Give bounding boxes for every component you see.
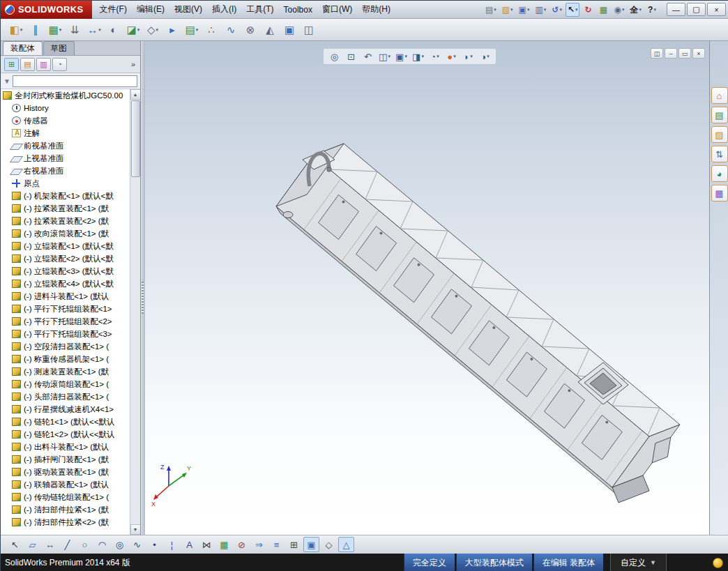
circle-icon[interactable]: ○ [77,537,93,552]
menu-edit[interactable]: 编辑(E) [132,1,169,17]
tree-item[interactable]: 原点 [1,177,140,190]
smart-dimension-icon[interactable]: ↔ [42,537,58,552]
tree-item[interactable]: (-) 联轴器装配<1> (默认 [1,478,140,491]
open-icon[interactable]: ▨ [500,3,515,17]
zoom-to-area-icon[interactable]: ⊡ [343,50,359,63]
tree-item[interactable]: (-) 链轮1<1> (默认<<默认 [1,416,140,428]
move-component-icon[interactable]: ↔ [85,21,103,39]
offset-entities-icon[interactable]: ≡ [268,537,285,552]
ellipse-icon[interactable]: ◎ [112,537,128,552]
edit-appearance-icon[interactable]: ● [443,50,460,63]
trim-entities-icon[interactable]: ⊘ [234,537,250,552]
linear-sketch-pattern-icon[interactable]: ▦ [216,537,232,552]
instant2d-icon[interactable]: △ [338,537,354,552]
tree-item[interactable]: (-) 立辊装配<3> (默认<默 [1,265,140,277]
tree-item[interactable]: (-) 插杆闸门装配<1> (默 [1,453,140,466]
menu-view[interactable]: 视图(V) [169,1,207,17]
tree-item[interactable]: (-) 平行下托辊组装配<3> [1,328,140,340]
status-custom-dropdown[interactable]: 自定义 ▼ [610,554,667,571]
insert-components-icon[interactable]: ◧ [7,21,25,39]
reference-geometry-icon[interactable]: ◇ [144,21,162,39]
displaymanager-tab-icon[interactable]: ◔ [52,58,67,71]
save-icon[interactable]: ▣ [517,3,532,17]
bill-of-materials-icon[interactable]: ▤ [183,21,201,39]
tree-item[interactable]: (-) 拉紧装置装配<1> (默 [1,202,140,215]
spline-icon[interactable]: ∿ [129,537,145,552]
options-icon[interactable]: ◉ [612,3,626,17]
convert-entities-icon[interactable]: ⇒ [251,537,267,552]
sketch-icon[interactable]: ▱ [24,537,40,552]
scroll-down-icon[interactable]: ▼ [130,524,141,535]
doc-pane-icon[interactable]: ◫ [651,48,663,59]
tree-item[interactable]: (-) 清扫部件拉紧<2> (默 [1,516,140,528]
menu-toolbox[interactable]: Toolbox [279,3,317,17]
explode-line-sketch-icon[interactable]: ∿ [222,21,240,39]
doc-close-icon[interactable]: × [692,48,705,59]
screen-capture-icon[interactable]: ◫ [300,21,318,39]
design-library-icon[interactable]: ▤ [711,107,728,123]
text-icon[interactable]: A [181,537,197,552]
menu-insert[interactable]: 插入(I) [207,1,241,17]
new-motion-study-icon[interactable]: ▸ [163,21,181,39]
tree-item[interactable]: (-) 头部清扫器装配<1> ( [1,390,140,403]
mirror-entities-icon[interactable]: ⋈ [199,537,215,552]
grid-system-icon[interactable]: ⊞ [286,537,302,552]
centerline-icon[interactable]: ¦ [164,537,180,552]
tab-sketch[interactable]: 草图 [43,41,75,55]
hide-show-items-icon[interactable]: ◔ [427,50,443,63]
undo-icon[interactable]: ↺ [549,3,564,17]
menu-help[interactable]: 帮助(H) [357,1,395,17]
large-assembly-mode-icon[interactable]: ▣ [280,21,298,39]
tree-item[interactable]: (-) 链轮1<2> (默认<<默认 [1,428,140,441]
view-palette-icon[interactable]: ⇅ [711,146,728,162]
plane-icon[interactable]: ◇ [321,537,337,552]
tree-scrollbar[interactable]: ▲ ▼ [130,89,140,535]
tree-item[interactable]: (-) 平行下托辊组装配<2> [1,315,140,328]
tree-item[interactable]: History [1,102,140,114]
scroll-thumb[interactable] [131,100,140,177]
minimize-button[interactable]: — [667,3,685,16]
help-icon[interactable]: ? [645,3,659,17]
section-view-icon[interactable]: ◫ [377,50,393,63]
print-icon[interactable]: ▥ [533,3,548,17]
tree-item[interactable]: (-) 进料斗装配<1> (默认 [1,290,140,303]
propertymanager-tab-icon[interactable]: ▤ [20,58,35,71]
exploded-view-icon[interactable]: ∴ [202,21,220,39]
task-pane-home-icon[interactable]: ⌂ [711,87,728,104]
tree-item[interactable]: (-) 立辊装配<4> (默认<默 [1,277,140,290]
select-icon[interactable]: ↖ [7,537,23,552]
graphics-area[interactable]: ◎⊡↶◫▣◨◔●◗◑ ◫–▭× Z Y X [145,41,709,535]
scroll-up-icon[interactable]: ▲ [130,89,141,100]
doc-minimize-icon[interactable]: – [665,48,677,59]
apply-scene-icon[interactable]: ◗ [460,50,476,63]
interference-detection-icon[interactable]: ⊗ [241,21,259,39]
tree-item[interactable]: (-) 改向滚筒装配<1> (默 [1,227,140,240]
point-icon[interactable]: • [146,537,162,552]
new-document-icon[interactable]: ▤ [483,3,499,17]
tree-item[interactable]: (-) 称重传感器机架<1> ( [1,353,140,365]
tree-item[interactable]: 传感器 [1,114,140,127]
tree-root-item[interactable]: 全封闭式称重给煤机JGC50.00 [1,89,140,102]
view-orientation-icon[interactable]: ▣ [393,50,409,63]
tree-item[interactable]: (-) 行星摆线减速机X4<1> [1,403,140,416]
display-style-icon[interactable]: ◨ [410,50,426,63]
quick-tip-icon[interactable] [713,558,723,568]
maximize-button[interactable]: ▢ [687,3,706,16]
tree-item[interactable]: 上视基准面 [1,152,140,165]
tree-item[interactable]: (-) 立辊装配<1> (默认<默 [1,240,140,252]
tree-item[interactable]: 前视基准面 [1,139,140,152]
arc-icon[interactable]: ◠ [94,537,110,552]
instant3d-icon[interactable]: ◭ [261,21,279,39]
close-button[interactable]: × [707,3,726,16]
show-hidden-components-icon[interactable]: ◐ [105,21,123,39]
configurationmanager-tab-icon[interactable]: ▥ [36,58,51,71]
rebuild-icon[interactable]: ↻ [581,3,595,17]
tree-item[interactable]: (-) 机架装配<1> (默认<默 [1,190,140,202]
snap-icon[interactable]: ▣ [303,537,319,552]
filter-icon[interactable]: ▼ [3,77,10,85]
tree-item[interactable]: (-) 测速装置装配<1> (默 [1,365,140,378]
tree-item[interactable]: (-) 平行下托辊组装配<1> [1,303,140,315]
tree-item[interactable]: 注解 [1,127,140,139]
line-icon[interactable]: ╱ [59,537,75,552]
tree-item[interactable]: (-) 传动链轮组装配<1> ( [1,491,140,503]
